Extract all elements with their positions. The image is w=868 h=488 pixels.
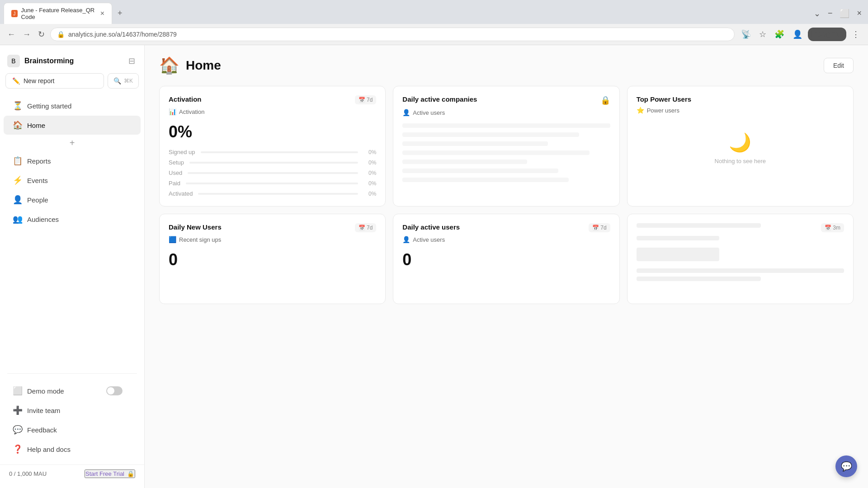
reload-button[interactable]: ↻: [36, 28, 47, 41]
search-icon: 🔍: [113, 77, 121, 84]
extensions-icon[interactable]: 🧩: [772, 28, 787, 41]
sidebar-item-demo-mode[interactable]: ⬜ Demo mode: [4, 381, 141, 400]
recent-signups-icon: 🟦: [169, 236, 176, 243]
activation-card: Activation 📅 7d 📊 Activation 0% Signed u…: [159, 86, 386, 206]
top-power-users-header: Top Power Users: [637, 95, 844, 103]
daily-new-users-card: Daily New Users 📅 7d 🟦 Recent sign ups 0: [159, 214, 386, 304]
row-label: Signed up: [169, 149, 195, 155]
nothing-state: 🌙 Nothing to see here: [637, 121, 844, 175]
toggle-knob: [107, 387, 114, 394]
forward-button[interactable]: →: [21, 28, 33, 41]
locked-row-6: [402, 169, 558, 173]
sidebar-item-reports[interactable]: 📋 Reports: [4, 151, 141, 170]
trial-button[interactable]: Start Free Trial 🔒: [85, 469, 135, 478]
locked-row-5: [402, 160, 527, 164]
loading-row-2: [637, 277, 761, 281]
loading-subtitle-placeholder: [637, 236, 720, 240]
daily-new-users-subtitle: 🟦 Recent sign ups: [169, 236, 376, 243]
demo-mode-toggle[interactable]: [106, 386, 123, 395]
daily-active-companies-title: Daily active companies: [402, 95, 477, 103]
maximize-icon[interactable]: ⬜: [837, 8, 852, 19]
locked-row-1: [402, 123, 610, 128]
daily-active-users-value: 0: [402, 250, 610, 269]
active-tab[interactable]: J June - Feature Release_QR Code ×: [4, 3, 112, 24]
feedback-label: Feedback: [27, 426, 57, 434]
locked-content: [402, 123, 610, 182]
cast-icon[interactable]: 📡: [738, 28, 754, 41]
feedback-icon: 💬: [13, 425, 23, 435]
sidebar-divider: [7, 373, 137, 374]
sidebar-item-invite-team[interactable]: ➕ Invite team: [4, 401, 141, 420]
support-icon: 💬: [841, 461, 852, 472]
search-button[interactable]: 🔍 ⌘K: [108, 73, 139, 89]
activation-card-title: Activation: [169, 95, 202, 103]
power-users-subtitle-icon: ⭐: [637, 107, 644, 114]
browser-chrome: J June - Feature Release_QR Code × + ⌄ −…: [0, 0, 868, 45]
bookmark-icon[interactable]: ☆: [756, 28, 769, 41]
daily-active-users-subtitle: 👤 Active users: [402, 236, 610, 243]
incognito-badge: Incognito: [808, 28, 846, 41]
close-window-icon[interactable]: ×: [854, 8, 864, 19]
sidebar-item-events[interactable]: ⚡ Events: [4, 171, 141, 190]
sidebar-item-home[interactable]: 🏠 Home: [4, 116, 141, 135]
trial-label: Start Free Trial: [85, 470, 124, 477]
toolbar-actions: 📡 ☆ 🧩 👤 Incognito ⋮: [738, 28, 863, 41]
daily-new-users-badge: 📅 7d: [355, 223, 377, 232]
sidebar-item-feedback[interactable]: 💬 Feedback: [4, 420, 141, 439]
lock-icon: 🔒: [600, 95, 610, 105]
browser-tabs: J June - Feature Release_QR Code × + ⌄ −…: [0, 0, 868, 24]
getting-started-label: Getting started: [27, 102, 71, 110]
audiences-label: Audiences: [27, 216, 59, 223]
daily-active-users-title: Daily active users: [402, 223, 460, 231]
recent-signups-text: Recent sign ups: [179, 236, 221, 243]
new-report-button[interactable]: ✏️ New report: [5, 73, 104, 89]
row-label: Setup: [169, 159, 184, 166]
minimize-icon[interactable]: −: [825, 8, 835, 19]
page-header: 🏠 Home Edit: [159, 56, 854, 75]
sidebar-item-audiences[interactable]: 👥 Audiences: [4, 210, 141, 229]
row-label: Activated: [169, 190, 193, 197]
audiences-icon: 👥: [13, 214, 23, 224]
tab-menu-icon[interactable]: ⌄: [811, 8, 823, 19]
sidebar-item-people[interactable]: 👤 People: [4, 190, 141, 209]
loading-badge: 📅 3m: [821, 223, 844, 232]
row-bar: [188, 172, 358, 174]
activation-row-setup: Setup 0%: [169, 159, 376, 166]
daily-new-users-value: 0: [169, 250, 376, 269]
menu-icon[interactable]: ⋮: [849, 28, 863, 41]
help-label: Help and docs: [27, 446, 71, 453]
activation-row-activated: Activated 0%: [169, 190, 376, 197]
new-tab-button[interactable]: +: [114, 7, 126, 20]
edit-button[interactable]: Edit: [824, 58, 854, 73]
address-bar[interactable]: 🔒 analytics.june.so/a/14637/home/28879: [50, 28, 735, 41]
daily-active-users-card: Daily active users 📅 7d 👤 Active users 0: [393, 214, 619, 304]
tab-close-button[interactable]: ×: [100, 9, 104, 18]
support-button[interactable]: 💬: [835, 455, 857, 477]
sidebar-toggle-button[interactable]: ⊟: [127, 54, 137, 68]
daily-active-subtitle-text: Active users: [413, 236, 445, 243]
daily-active-users-header: Daily active users 📅 7d: [402, 223, 610, 232]
sidebar-item-help[interactable]: ❓ Help and docs: [4, 440, 141, 459]
sidebar-actions: ✏️ New report 🔍 ⌘K: [0, 73, 144, 96]
daily-active-companies-header: Daily active companies 🔒: [402, 95, 610, 105]
daily-active-companies-card: Daily active companies 🔒 👤 Active users: [393, 86, 619, 206]
page-title-area: 🏠 Home: [159, 56, 221, 75]
activation-card-header: Activation 📅 7d: [169, 95, 376, 104]
sidebar-item-getting-started[interactable]: ⏳ Getting started: [4, 96, 141, 115]
row-value: 0%: [363, 180, 376, 187]
add-section-button[interactable]: +: [0, 135, 144, 151]
activation-row-paid: Paid 0%: [169, 180, 376, 187]
nothing-text: Nothing to see here: [715, 158, 766, 164]
lock-icon: 🔒: [57, 31, 65, 38]
back-button[interactable]: ←: [5, 28, 17, 41]
row-bar: [198, 193, 358, 195]
locked-row-4: [402, 150, 589, 155]
invite-icon: ➕: [13, 405, 23, 415]
events-label: Events: [27, 177, 48, 184]
loading-card: 📅 3m: [627, 214, 854, 304]
activation-rows: Signed up 0% Setup 0% Used 0%: [169, 149, 376, 197]
activation-subtitle-text: Activation: [179, 108, 204, 115]
row-bar: [189, 162, 358, 164]
profile-icon[interactable]: 👤: [790, 28, 805, 41]
daily-new-users-header: Daily New Users 📅 7d: [169, 223, 376, 232]
